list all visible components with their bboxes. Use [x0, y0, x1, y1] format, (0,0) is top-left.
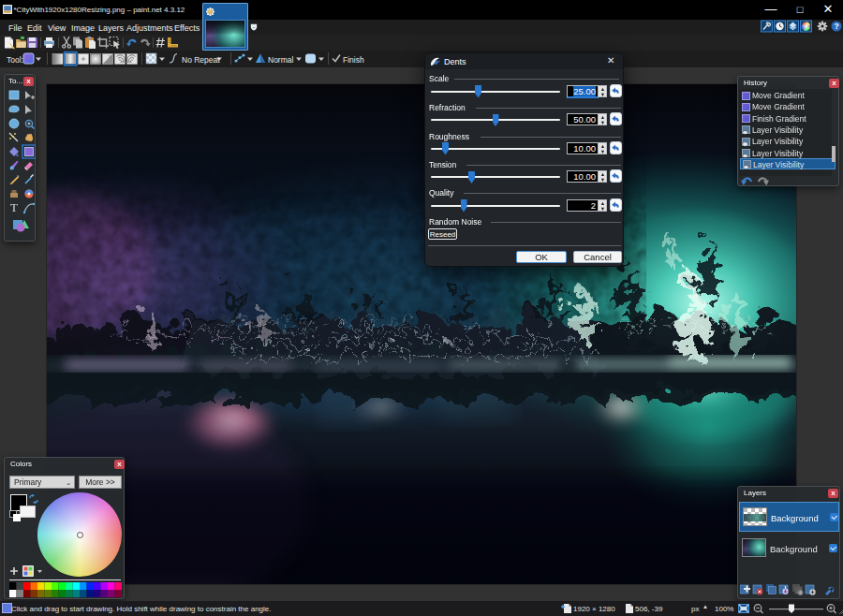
svg-text:?: ?	[834, 22, 838, 31]
svg-text:T: T	[10, 200, 18, 214]
